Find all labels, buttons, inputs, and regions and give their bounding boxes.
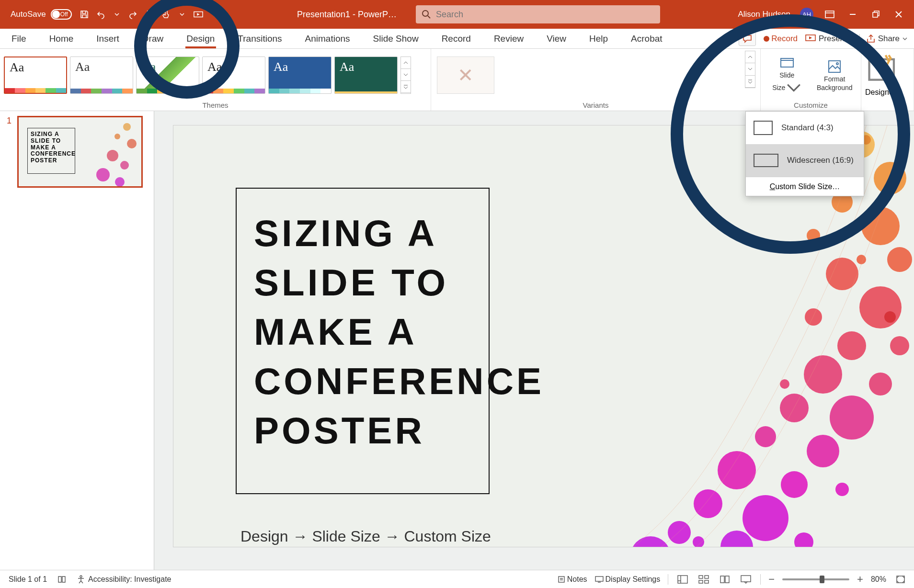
slide-size-button[interactable]: Slide Size bbox=[765, 55, 810, 95]
tab-review[interactable]: Review bbox=[482, 29, 535, 48]
touch-dropdown-icon[interactable] bbox=[177, 10, 187, 19]
slide-thumbnail[interactable]: SIZING A SLIDE TO MAKE A CONFERENCE POST… bbox=[17, 116, 143, 188]
present-button[interactable]: Present bbox=[805, 34, 855, 44]
scroll-up-icon[interactable] bbox=[745, 51, 755, 63]
record-button[interactable]: Record bbox=[761, 34, 800, 44]
zoom-level[interactable]: 80% bbox=[871, 575, 886, 584]
designer-group-label bbox=[861, 101, 914, 111]
slideshow-view-icon[interactable] bbox=[739, 574, 753, 585]
scroll-down-icon[interactable] bbox=[401, 69, 411, 81]
slide-sorter-icon[interactable] bbox=[697, 574, 710, 585]
display-settings-button[interactable]: Display Settings bbox=[595, 575, 661, 584]
notes-icon bbox=[558, 576, 565, 583]
gallery-more-icon[interactable] bbox=[401, 81, 411, 93]
qat-more-icon[interactable] bbox=[210, 10, 219, 19]
thumbnail-row[interactable]: 1 SIZING A SLIDE TO MAKE A CONFERENCE PO… bbox=[7, 116, 147, 188]
book-icon bbox=[57, 576, 66, 583]
svg-point-34 bbox=[718, 451, 756, 489]
zoom-slider[interactable] bbox=[782, 578, 849, 580]
reading-view-icon[interactable] bbox=[718, 574, 731, 585]
themes-scroll[interactable] bbox=[400, 57, 411, 94]
svg-point-25 bbox=[805, 308, 822, 326]
comments-button[interactable] bbox=[739, 32, 756, 46]
accessibility-label: Accessibility: Investigate bbox=[88, 575, 171, 584]
svg-rect-53 bbox=[699, 576, 703, 578]
svg-point-18 bbox=[874, 162, 906, 194]
autosave-toggle[interactable]: AutoSave Off bbox=[0, 9, 68, 20]
tab-file[interactable]: File bbox=[0, 29, 38, 48]
slide-size-widescreen[interactable]: Widescreen (16:9) bbox=[746, 144, 864, 177]
svg-point-21 bbox=[807, 229, 820, 242]
svg-point-31 bbox=[830, 396, 874, 440]
theme-option[interactable]: Aa bbox=[4, 57, 67, 94]
widescreen-label: Widescreen (16:9) bbox=[787, 156, 854, 165]
user-avatar[interactable]: AH bbox=[800, 8, 813, 21]
thumb-art bbox=[84, 117, 141, 186]
variants-scroll[interactable] bbox=[745, 51, 755, 88]
svg-point-49 bbox=[80, 576, 82, 577]
undo-dropdown-icon[interactable] bbox=[112, 10, 122, 19]
tab-record[interactable]: Record bbox=[430, 29, 482, 48]
tab-transitions[interactable]: Transitions bbox=[226, 29, 293, 48]
zoom-in-icon[interactable]: + bbox=[857, 574, 863, 585]
tab-draw[interactable]: Draw bbox=[131, 29, 175, 48]
theme-option[interactable]: Aa bbox=[136, 57, 199, 94]
ribbon-display-icon[interactable] bbox=[823, 8, 836, 21]
tab-acrobat[interactable]: Acrobat bbox=[619, 29, 674, 48]
format-background-button[interactable]: Format Background bbox=[812, 59, 857, 91]
scroll-down-icon[interactable] bbox=[745, 63, 755, 75]
slide-title-placeholder[interactable]: SIZING A SLIDE TO MAKE A CONFERENCE POST… bbox=[236, 188, 490, 494]
svg-point-41 bbox=[794, 532, 813, 547]
theme-option[interactable]: Aa bbox=[334, 57, 398, 94]
variant-option[interactable]: ✕ bbox=[437, 57, 494, 94]
tab-slide-show[interactable]: Slide Show bbox=[362, 29, 430, 48]
from-beginning-icon[interactable] bbox=[194, 10, 203, 19]
search-input[interactable] bbox=[436, 10, 654, 20]
restore-icon[interactable] bbox=[869, 8, 882, 21]
slide-thumbnail-pane[interactable]: 1 SIZING A SLIDE TO MAKE A CONFERENCE PO… bbox=[0, 111, 154, 570]
touch-mode-icon[interactable] bbox=[161, 10, 171, 19]
thumbnail-number: 1 bbox=[7, 116, 11, 188]
tab-home[interactable]: Home bbox=[38, 29, 85, 48]
tab-design[interactable]: Design bbox=[175, 29, 226, 48]
save-icon[interactable] bbox=[80, 10, 89, 19]
tab-insert[interactable]: Insert bbox=[85, 29, 131, 48]
tab-view[interactable]: View bbox=[535, 29, 578, 48]
slide-counter[interactable]: Slide 1 of 1 bbox=[9, 575, 47, 584]
notes-button[interactable]: Notes bbox=[558, 575, 587, 584]
search-icon bbox=[422, 10, 431, 19]
tab-animations[interactable]: Animations bbox=[294, 29, 362, 48]
slide-size-custom[interactable]: Custom Slide Size… bbox=[746, 177, 864, 196]
normal-view-icon[interactable] bbox=[676, 574, 689, 585]
redo-icon[interactable] bbox=[128, 10, 138, 19]
repeat-icon[interactable] bbox=[145, 10, 154, 19]
fit-to-window-icon[interactable] bbox=[894, 574, 907, 585]
close-icon[interactable] bbox=[892, 8, 905, 21]
designer-button[interactable]: Designer bbox=[865, 53, 898, 96]
theme-option[interactable]: Aa bbox=[202, 57, 265, 94]
slide-size-standard[interactable]: Standard (4:3) bbox=[746, 112, 864, 144]
accessibility-status[interactable]: Accessibility: Investigate bbox=[77, 575, 171, 584]
minimize-icon[interactable] bbox=[846, 8, 859, 21]
svg-rect-8 bbox=[869, 59, 894, 80]
zoom-out-icon[interactable]: − bbox=[768, 574, 775, 585]
widescreen-ratio-icon bbox=[754, 154, 778, 167]
share-button[interactable]: Share bbox=[859, 34, 907, 44]
customize-group: Slide Size Format Background Customize bbox=[761, 49, 861, 111]
slide-subtitle-text[interactable]: Design → Slide Size → Custom Size bbox=[240, 528, 491, 545]
theme-option[interactable]: Aa bbox=[70, 57, 133, 94]
svg-point-47 bbox=[835, 483, 849, 496]
svg-rect-3 bbox=[873, 12, 878, 17]
language-indicator[interactable] bbox=[57, 576, 66, 583]
theme-option[interactable]: Aa bbox=[268, 57, 331, 94]
tab-help[interactable]: Help bbox=[578, 29, 619, 48]
undo-icon[interactable] bbox=[96, 10, 105, 19]
custom-size-accel: C bbox=[770, 182, 776, 191]
gallery-more-icon[interactable] bbox=[745, 76, 755, 88]
scroll-up-icon[interactable] bbox=[401, 57, 411, 69]
svg-point-13 bbox=[120, 161, 129, 170]
ribbon-tabs: File Home Insert Draw Design Transitions… bbox=[0, 29, 914, 49]
accessibility-icon bbox=[77, 575, 85, 584]
svg-point-35 bbox=[781, 471, 808, 498]
search-box[interactable] bbox=[416, 5, 660, 23]
